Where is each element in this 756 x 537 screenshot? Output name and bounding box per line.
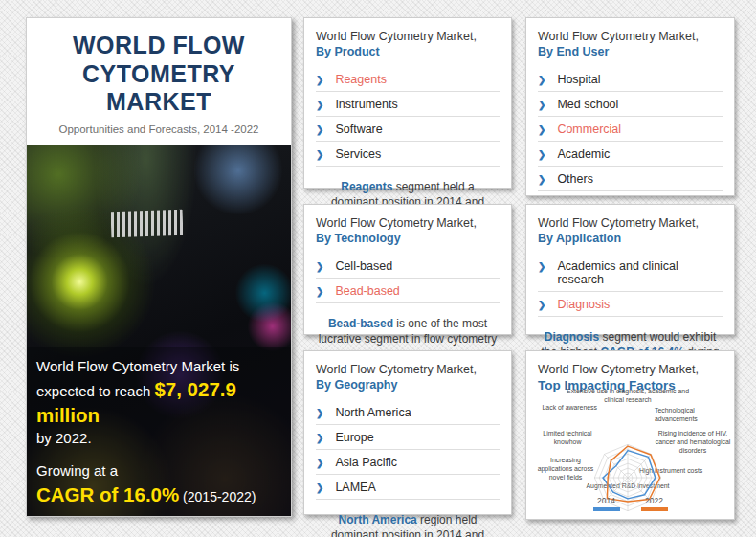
list-item-academic: ❯Academic bbox=[538, 142, 723, 167]
market-size-year: by 2022. bbox=[36, 429, 281, 448]
chevron-right-icon: ❯ bbox=[316, 458, 323, 468]
card-summary: North America region held dominant posit… bbox=[316, 512, 500, 537]
card-by-end-user: World Flow Cytometry Market, By End User… bbox=[525, 17, 735, 196]
chevron-right-icon: ❯ bbox=[316, 433, 323, 443]
infographic-canvas: WORLD FLOW CYTOMETRY MARKET Opportunitie… bbox=[0, 0, 756, 537]
radar-axis-label: Limited technical knowhow bbox=[538, 430, 597, 447]
legend-color-2014 bbox=[593, 507, 620, 511]
chevron-right-icon: ❯ bbox=[316, 286, 323, 297]
growth-statement: Growing at a CAGR of 16.0% (2015-2022) bbox=[36, 461, 281, 507]
card-subtitle: By End User bbox=[538, 44, 723, 59]
card-title: World Flow Cytometry Market, bbox=[316, 215, 500, 231]
chevron-right-icon: ❯ bbox=[538, 100, 545, 110]
card-title: World Flow Cytometry Market, bbox=[526, 362, 734, 377]
radar-axis-label: Technological advancements bbox=[655, 407, 735, 424]
card-subtitle: By Technology bbox=[316, 231, 500, 246]
card-top-impacting-factors: World Flow Cytometry Market, Top Impacti… bbox=[525, 350, 735, 520]
chevron-right-icon: ❯ bbox=[316, 149, 323, 160]
segment-list: ❯Cell-based ❯Bead-based bbox=[316, 254, 500, 303]
card-title: World Flow Cytometry Market, bbox=[538, 215, 723, 231]
chevron-right-icon: ❯ bbox=[538, 149, 545, 160]
chevron-right-icon: ❯ bbox=[316, 124, 323, 135]
card-subtitle: By Application bbox=[538, 231, 723, 246]
segment-list: ❯Reagents ❯Instruments ❯Software ❯Servic… bbox=[316, 67, 500, 167]
list-item-others: ❯Others bbox=[538, 167, 723, 191]
card-title: World Flow Cytometry Market, bbox=[316, 29, 500, 44]
page-subtitle: Opportunities and Forecasts, 2014 -2022 bbox=[34, 123, 283, 135]
list-item-lamea: ❯LAMEA bbox=[316, 475, 500, 500]
list-item-academics-research: ❯Academics and clinical research bbox=[538, 254, 723, 292]
list-item-reagents: ❯Reagents bbox=[316, 67, 500, 92]
radar-chart: Extensive use in diagnosis, academic and… bbox=[526, 386, 734, 519]
card-by-technology: World Flow Cytometry Market, By Technolo… bbox=[303, 204, 512, 335]
chevron-right-icon: ❯ bbox=[538, 300, 545, 310]
radar-legend: 2014 2022 bbox=[526, 496, 734, 511]
list-item-hospital: ❯Hospital bbox=[538, 67, 723, 92]
chevron-right-icon: ❯ bbox=[316, 482, 323, 493]
market-stats-overlay: World Flow Cytometry Market is expected … bbox=[27, 347, 291, 517]
title-banner: WORLD FLOW CYTOMETRY MARKET Opportunitie… bbox=[27, 18, 291, 145]
radar-axis-label: Extensive use in diagnosis, academic and… bbox=[566, 388, 690, 405]
legend-color-2022 bbox=[641, 507, 668, 511]
list-item-software: ❯Software bbox=[316, 117, 500, 142]
list-item-asia-pacific: ❯Asia Pacific bbox=[316, 450, 500, 475]
page-title: WORLD FLOW CYTOMETRY MARKET bbox=[34, 32, 283, 117]
chevron-right-icon: ❯ bbox=[316, 75, 323, 85]
list-item-cell-based: ❯Cell-based bbox=[316, 254, 500, 279]
list-item-commercial: ❯Commercial bbox=[538, 117, 723, 142]
radar-axis-label: Lack of awareness bbox=[532, 404, 597, 413]
list-item-bead-based: ❯Bead-based bbox=[316, 279, 500, 303]
chevron-right-icon: ❯ bbox=[538, 261, 545, 272]
card-by-geography: World Flow Cytometry Market, By Geograph… bbox=[303, 350, 512, 515]
chevron-right-icon: ❯ bbox=[538, 75, 545, 85]
chevron-right-icon: ❯ bbox=[316, 261, 323, 272]
card-by-application: World Flow Cytometry Market, By Applicat… bbox=[525, 204, 735, 335]
card-subtitle: By Product bbox=[316, 44, 500, 59]
list-item-north-america: ❯North America bbox=[316, 400, 500, 425]
legend-item-2022: 2022 bbox=[641, 496, 668, 511]
left-panel: WORLD FLOW CYTOMETRY MARKET Opportunitie… bbox=[26, 17, 292, 517]
list-item-med-school: ❯Med school bbox=[538, 92, 723, 117]
legend-item-2014: 2014 bbox=[593, 496, 620, 511]
cagr-value: CAGR of 16.0% bbox=[36, 483, 179, 505]
segment-list: ❯Hospital ❯Med school ❯Commercial ❯Acade… bbox=[538, 67, 723, 191]
heatsink-detail bbox=[111, 210, 183, 238]
chevron-right-icon: ❯ bbox=[538, 124, 545, 135]
card-subtitle: By Geography bbox=[316, 377, 500, 392]
card-by-product: World Flow Cytometry Market, By Product … bbox=[303, 17, 512, 189]
chevron-right-icon: ❯ bbox=[316, 408, 323, 418]
chevron-right-icon: ❯ bbox=[538, 174, 545, 185]
chevron-right-icon: ❯ bbox=[316, 100, 323, 110]
card-title: World Flow Cytometry Market, bbox=[316, 362, 500, 377]
card-title: World Flow Cytometry Market, bbox=[538, 29, 723, 44]
list-item-diagnosis: ❯Diagnosis bbox=[538, 292, 723, 317]
list-item-instruments: ❯Instruments bbox=[316, 92, 500, 117]
list-item-services: ❯Services bbox=[316, 142, 500, 167]
segment-list: ❯Academics and clinical research ❯Diagno… bbox=[538, 254, 723, 317]
market-size-statement: World Flow Cytometry Market is expected … bbox=[36, 357, 281, 430]
flow-cytometer-photo: World Flow Cytometry Market is expected … bbox=[27, 145, 291, 517]
list-item-europe: ❯Europe bbox=[316, 425, 500, 450]
segment-list: ❯North America ❯Europe ❯Asia Pacific ❯LA… bbox=[316, 400, 500, 500]
